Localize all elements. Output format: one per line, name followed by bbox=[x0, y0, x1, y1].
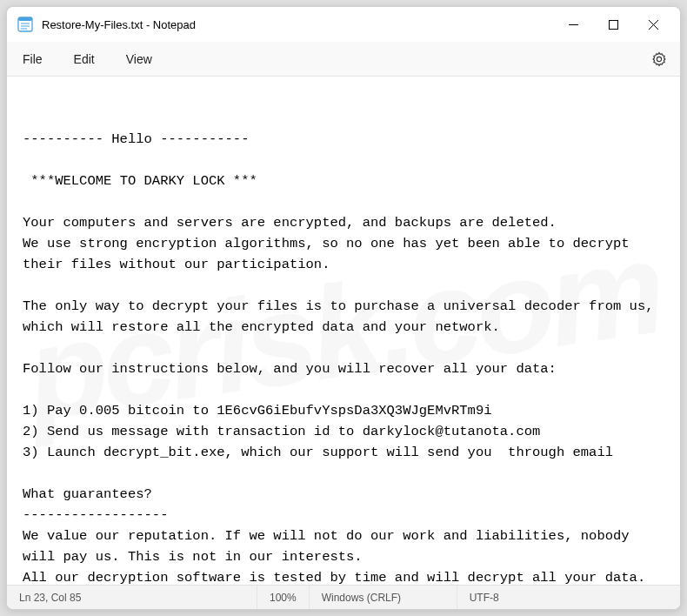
maximize-button[interactable] bbox=[593, 10, 633, 38]
maximize-icon bbox=[609, 20, 618, 30]
status-encoding: UTF-8 bbox=[457, 586, 673, 609]
svg-rect-1 bbox=[18, 17, 32, 21]
menu-edit[interactable]: Edit bbox=[69, 49, 100, 70]
title-bar[interactable]: Restore-My-Files.txt - Notepad bbox=[7, 7, 680, 42]
text-line: ***WELCOME TO DARKY LOCK *** bbox=[23, 173, 257, 189]
status-position: Ln 23, Col 85 bbox=[14, 586, 257, 609]
window-title: Restore-My-Files.txt - Notepad bbox=[42, 18, 196, 31]
text-line: We use strong encryption algorithms, so … bbox=[23, 236, 637, 272]
settings-button[interactable] bbox=[649, 49, 670, 70]
text-line: The only way to decrypt your files is to… bbox=[23, 298, 662, 335]
menu-bar: File Edit View bbox=[7, 42, 680, 77]
text-line: All our decryption software is tested by… bbox=[23, 570, 645, 585]
text-line: ------------------ bbox=[23, 507, 168, 523]
menu-file[interactable]: File bbox=[17, 49, 48, 70]
status-line-ending: Windows (CRLF) bbox=[310, 586, 457, 609]
status-bar: Ln 23, Col 85 100% Windows (CRLF) UTF-8 bbox=[7, 585, 680, 609]
minimize-button[interactable] bbox=[553, 10, 593, 38]
notepad-icon bbox=[17, 17, 33, 32]
gear-icon bbox=[651, 51, 667, 67]
text-line: We value our reputation. If we will not … bbox=[23, 528, 637, 565]
text-line: 2) Send us message with transaction id t… bbox=[23, 424, 540, 439]
menu-view[interactable]: View bbox=[121, 49, 157, 70]
text-line: Your computers and servers are encrypted… bbox=[23, 215, 557, 231]
svg-rect-6 bbox=[609, 20, 617, 29]
text-line: 1) Pay 0.005 bitcoin to 1E6cvG6iEbufvYsp… bbox=[23, 403, 492, 418]
text-line: ---------- Hello ----------- bbox=[23, 131, 249, 147]
close-icon bbox=[649, 20, 658, 30]
notepad-window: Restore-My-Files.txt - Notepad File Edit… bbox=[6, 6, 681, 610]
minimize-icon bbox=[569, 20, 578, 30]
text-line: What guarantees? bbox=[23, 486, 152, 502]
close-button[interactable] bbox=[633, 10, 673, 38]
text-editor[interactable]: pcrisk.com ---------- Hello ----------- … bbox=[7, 77, 680, 585]
status-zoom[interactable]: 100% bbox=[257, 586, 310, 609]
text-line: 3) Launch decrypt_bit.exe, which our sup… bbox=[23, 445, 613, 460]
text-line: Follow our instructions below, and you w… bbox=[23, 361, 557, 377]
